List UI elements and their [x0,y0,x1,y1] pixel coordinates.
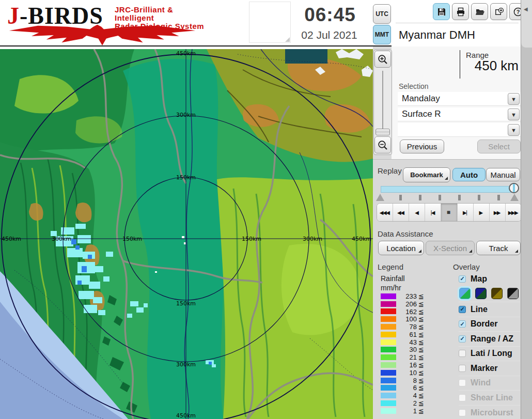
save-icon [436,7,447,17]
map-style-swatch-0[interactable] [459,288,471,299]
map-style-swatch-2[interactable] [491,288,503,299]
option-dropdown[interactable]: ▼ [398,123,521,137]
ring-label: 150km [176,174,196,181]
panel-divider [373,159,521,160]
fast-forward-button[interactable]: ▶▶ [490,204,506,221]
clock-time: 06:45 [294,4,366,26]
legend-value: 2 [396,399,417,407]
jump-end-button[interactable]: ▶▶▶ [506,204,521,221]
replay-slider-handle[interactable] [509,183,519,193]
overlay-item-label: Border [471,319,497,329]
overlay-item-label: Range / AZ [471,334,513,344]
chevron-down-icon[interactable]: ▼ [508,108,520,120]
legend-swatch [381,347,396,352]
legend-value: 233 [396,292,417,300]
legend-swatch [381,316,396,322]
legend-swatch [381,339,396,345]
legend-comparator: ≦ [418,315,424,323]
legend-unit-line2: mm/hr [381,283,405,292]
add-view-button[interactable] [490,3,507,20]
site-dropdown-value: Mandalay [402,94,440,104]
legend-row: 61≦ [381,331,424,338]
ring-label: 450km [2,236,21,242]
slider-tick [497,195,500,200]
overlay-list: Map Line Border Range / AZ Lati / Long M… [459,272,520,419]
step-back-button[interactable]: |◀ [425,204,441,221]
chevron-down-icon[interactable]: ▼ [508,93,520,105]
legend-comparator: ≦ [418,369,424,377]
step-forward-button[interactable]: ▶| [458,204,474,221]
location-button[interactable]: Location [378,241,424,255]
legend-comparator: ≦ [418,331,424,338]
toolbar: ? [433,3,526,20]
play-button[interactable]: ▶ [474,204,490,221]
fast-rewind-button[interactable]: ◀◀ [393,204,409,221]
bookmark-button-label: Bookmark [410,171,443,179]
auto-mode-button[interactable]: Auto [452,168,486,181]
panel-collapse-strip: ◀ [521,0,532,419]
menu-corner-icon [418,250,421,253]
xsection-button[interactable]: X-Section [426,241,475,255]
marker-checkbox[interactable] [459,365,466,372]
logo-tagline-line1: JRC-Brilliant & Intelligent [115,6,212,22]
jbirds-logo: J-BIRDS JRC-Brilliant & Intelligent Rada… [5,1,212,45]
overlay-label: Overlay [453,262,480,271]
collapse-arrow-icon[interactable]: ◀ [524,6,528,12]
line-checkbox[interactable] [459,306,466,313]
open-folder-button[interactable] [471,3,488,20]
border-checkbox[interactable] [459,320,466,328]
radar-map[interactable]: 450km 300km 150km 150km 300km 450km 450k… [0,49,373,419]
ring-label: 450km [176,50,196,57]
legend-row: 4≦ [381,392,424,399]
print-button[interactable] [452,3,469,20]
zoom-slider-handle[interactable] [375,129,390,135]
lati-long-checkbox[interactable] [459,350,466,357]
zoom-slider-track[interactable] [382,71,383,134]
overlay-item-label: Line [471,305,488,314]
utc-button[interactable]: UTC [373,4,391,24]
overlay-item-microburst: Microburst [459,406,520,419]
legend-comparator: ≦ [418,384,424,392]
jump-start-button[interactable]: ◀◀◀ [377,204,393,221]
map-style-swatch-1[interactable] [475,288,487,299]
overlay-item-shear-line: Shear Line [459,391,520,406]
legend-comparator: ≦ [418,346,424,353]
range-az-checkbox[interactable] [459,335,466,343]
wind-checkbox [459,379,466,386]
zoom-out-icon [377,139,388,151]
select-button[interactable]: Select [477,139,521,153]
legend-value: 6 [396,384,417,392]
save-button[interactable] [433,3,450,20]
play-reverse-button[interactable]: ◀ [409,204,425,221]
legend-comparator: ≦ [418,308,424,316]
track-button[interactable]: Track [476,241,521,255]
open-folder-icon [475,7,485,17]
stop-button[interactable]: ■ [441,204,457,221]
legend-row: 162≦ [381,308,424,316]
legend-swatch [381,393,396,398]
replay-slider-track[interactable] [381,186,515,193]
legend-row: 8≦ [381,377,424,384]
location-button-label: Location [386,244,416,253]
panel-collapse-tab[interactable]: ◀ [521,0,532,48]
product-dropdown[interactable]: Surface R ▼ [398,107,521,121]
zoom-in-button[interactable] [374,51,391,68]
legend-comparator: ≦ [418,323,424,331]
manual-mode-button[interactable]: Manual [486,168,520,181]
map-checkbox[interactable] [459,275,466,283]
legend-row: 1≦ [381,407,424,415]
menu-corner-icon [469,250,472,253]
legend-row: 206≦ [381,300,424,308]
legend-row: 233≦ [381,292,424,300]
jbirds-window: J-BIRDS JRC-Brilliant & Intelligent Rada… [0,0,532,419]
bookmark-button[interactable]: Bookmark [403,167,450,182]
slider-start-marker[interactable] [376,194,384,201]
zoom-out-button[interactable] [374,136,391,153]
slider-end-marker[interactable] [510,194,519,201]
map-style-swatch-3[interactable] [507,288,519,299]
site-dropdown[interactable]: Mandalay ▼ [398,92,521,106]
mmt-button[interactable]: MMT [373,25,391,44]
overlay-item-marker: Marker [459,361,520,376]
previous-button[interactable]: Previous [400,139,444,153]
chevron-down-icon[interactable]: ▼ [508,124,520,136]
